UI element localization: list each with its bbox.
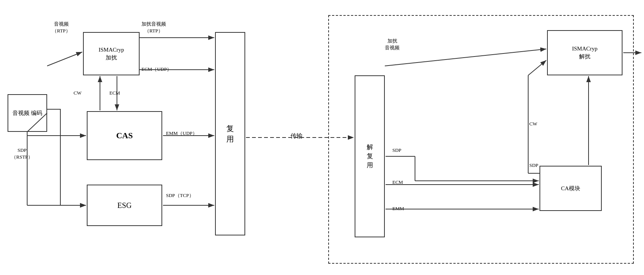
ca-module-label: CA模块 <box>561 185 580 192</box>
ismacryp-enc-box: ISMACryp加扰 <box>83 32 140 75</box>
label-ecm: ECM <box>109 90 120 96</box>
encoder-box: 音视频 编码 <box>8 94 47 132</box>
label-emm-udp: EMM（UDP） <box>166 130 197 137</box>
ca-module-box: CA模块 <box>539 166 602 211</box>
mux-box: 复用 <box>215 32 245 235</box>
label-sdp-right2: SDP <box>529 162 538 169</box>
label-ecm-right: ECM <box>392 179 403 186</box>
label-ecm-udp: ECM（UDP） <box>141 66 172 73</box>
ismacryp-dec-label: ISMACryp解扰 <box>572 45 598 61</box>
label-sdp-rstp: SDP（RSTP） <box>11 147 33 160</box>
esg-label: ESG <box>117 200 132 211</box>
mux-label: 复用 <box>226 123 234 144</box>
label-emm-right: EMM <box>392 205 404 212</box>
label-cw: CW <box>74 90 81 96</box>
label-audio-rtp: 音视频（RTP） <box>52 21 71 34</box>
svg-line-2 <box>47 52 82 66</box>
label-transport: 传输 <box>290 132 303 140</box>
ismacryp-enc-label: ISMACryp加扰 <box>98 46 124 62</box>
label-sdp-right: SDP <box>392 147 401 154</box>
demux-box: 解复用 <box>355 75 385 237</box>
cas-label: CAS <box>116 130 133 142</box>
diagram: 音视频 编码 ISMACryp加扰 CAS ESG 复用 解复用 ISMACry… <box>0 0 644 275</box>
label-sdp-tcp: SDP（TCP） <box>166 192 194 199</box>
ismacryp-dec-box: ISMACryp解扰 <box>547 30 622 75</box>
encoder-label: 音视频 编码 <box>12 109 42 117</box>
demux-label: 解复用 <box>367 143 373 170</box>
label-scrambled-rtp: 加扰音视频（RTP） <box>141 21 166 34</box>
cas-box: CAS <box>87 111 162 160</box>
label-cw-right: CW <box>529 121 537 127</box>
esg-box: ESG <box>87 185 162 226</box>
label-scrambled-av-right: 加扰音视频 <box>385 38 400 51</box>
